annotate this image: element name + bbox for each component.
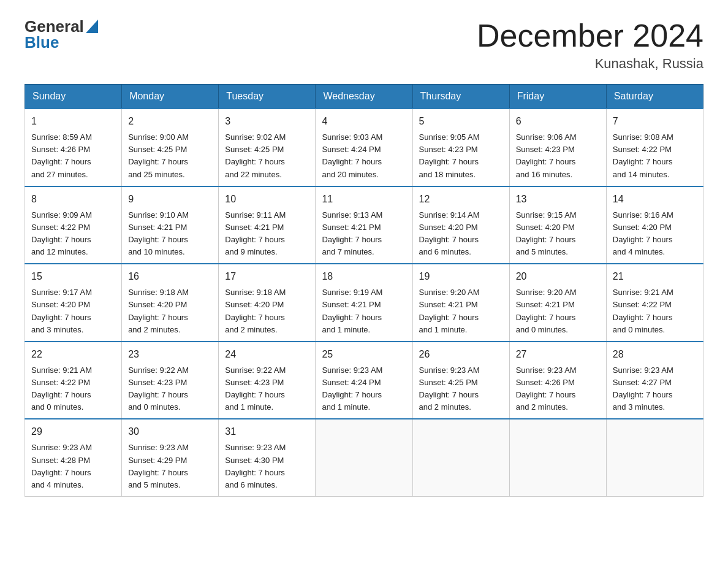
day-number: 28 — [613, 347, 697, 362]
day-info: Sunrise: 9:22 AM Sunset: 4:23 PM Dayligh… — [225, 364, 309, 414]
day-number: 2 — [128, 114, 212, 129]
table-row — [606, 419, 703, 496]
day-number: 31 — [225, 424, 309, 439]
table-row: 27 Sunrise: 9:23 AM Sunset: 4:26 PM Dayl… — [509, 342, 606, 419]
day-number: 17 — [225, 269, 309, 284]
day-info: Sunrise: 9:20 AM Sunset: 4:21 PM Dayligh… — [419, 286, 503, 336]
day-info: Sunrise: 8:59 AM Sunset: 4:26 PM Dayligh… — [31, 131, 115, 181]
day-info: Sunrise: 9:03 AM Sunset: 4:24 PM Dayligh… — [322, 131, 406, 181]
day-number: 18 — [322, 269, 406, 284]
day-number: 6 — [516, 114, 600, 129]
day-number: 22 — [31, 347, 115, 362]
day-info: Sunrise: 9:16 AM Sunset: 4:20 PM Dayligh… — [613, 209, 697, 259]
day-number: 24 — [225, 347, 309, 362]
day-info: Sunrise: 9:22 AM Sunset: 4:23 PM Dayligh… — [128, 364, 212, 414]
header-saturday: Saturday — [606, 85, 703, 109]
day-info: Sunrise: 9:23 AM Sunset: 4:27 PM Dayligh… — [613, 364, 697, 414]
week-row-5: 29 Sunrise: 9:23 AM Sunset: 4:28 PM Dayl… — [25, 419, 703, 496]
day-number: 23 — [128, 347, 212, 362]
day-info: Sunrise: 9:18 AM Sunset: 4:20 PM Dayligh… — [128, 286, 212, 336]
day-info: Sunrise: 9:06 AM Sunset: 4:23 PM Dayligh… — [516, 131, 600, 181]
calendar-location: Kunashak, Russia — [477, 56, 703, 72]
day-info: Sunrise: 9:05 AM Sunset: 4:23 PM Dayligh… — [419, 131, 503, 181]
day-number: 29 — [31, 424, 115, 439]
day-info: Sunrise: 9:14 AM Sunset: 4:20 PM Dayligh… — [419, 209, 503, 259]
day-info: Sunrise: 9:21 AM Sunset: 4:22 PM Dayligh… — [613, 286, 697, 336]
header-thursday: Thursday — [412, 85, 509, 109]
week-row-2: 8 Sunrise: 9:09 AM Sunset: 4:22 PM Dayli… — [25, 186, 703, 264]
day-number: 20 — [516, 269, 600, 284]
table-row: 7 Sunrise: 9:08 AM Sunset: 4:22 PM Dayli… — [606, 109, 703, 186]
title-block: December 2024 Kunashak, Russia — [477, 18, 703, 72]
logo: General Blue — [25, 18, 98, 50]
day-info: Sunrise: 9:09 AM Sunset: 4:22 PM Dayligh… — [31, 209, 115, 259]
table-row: 6 Sunrise: 9:06 AM Sunset: 4:23 PM Dayli… — [509, 109, 606, 186]
day-info: Sunrise: 9:19 AM Sunset: 4:21 PM Dayligh… — [322, 286, 406, 336]
table-row: 24 Sunrise: 9:22 AM Sunset: 4:23 PM Dayl… — [219, 342, 316, 419]
logo-text-general: General — [25, 18, 84, 34]
header-wednesday: Wednesday — [316, 85, 412, 109]
table-row — [316, 419, 412, 496]
day-number: 14 — [613, 192, 697, 207]
table-row: 22 Sunrise: 9:21 AM Sunset: 4:22 PM Dayl… — [25, 342, 122, 419]
day-number: 3 — [225, 114, 309, 129]
table-row: 28 Sunrise: 9:23 AM Sunset: 4:27 PM Dayl… — [606, 342, 703, 419]
day-number: 27 — [516, 347, 600, 362]
day-info: Sunrise: 9:23 AM Sunset: 4:30 PM Dayligh… — [225, 442, 309, 491]
day-number: 4 — [322, 114, 406, 129]
day-number: 12 — [419, 192, 503, 207]
header-tuesday: Tuesday — [219, 85, 316, 109]
day-info: Sunrise: 9:00 AM Sunset: 4:25 PM Dayligh… — [128, 131, 212, 181]
day-number: 19 — [419, 269, 503, 284]
day-number: 10 — [225, 192, 309, 207]
table-row: 20 Sunrise: 9:20 AM Sunset: 4:21 PM Dayl… — [509, 264, 606, 342]
day-number: 7 — [613, 114, 697, 129]
day-info: Sunrise: 9:23 AM Sunset: 4:26 PM Dayligh… — [516, 364, 600, 414]
table-row: 18 Sunrise: 9:19 AM Sunset: 4:21 PM Dayl… — [316, 264, 412, 342]
logo-triangle-icon — [86, 20, 98, 33]
week-row-4: 22 Sunrise: 9:21 AM Sunset: 4:22 PM Dayl… — [25, 342, 703, 419]
table-row: 16 Sunrise: 9:18 AM Sunset: 4:20 PM Dayl… — [122, 264, 219, 342]
calendar-table: Sunday Monday Tuesday Wednesday Thursday… — [25, 84, 703, 497]
header-sunday: Sunday — [25, 85, 122, 109]
table-row: 10 Sunrise: 9:11 AM Sunset: 4:21 PM Dayl… — [219, 186, 316, 264]
table-row: 2 Sunrise: 9:00 AM Sunset: 4:25 PM Dayli… — [122, 109, 219, 186]
week-row-1: 1 Sunrise: 8:59 AM Sunset: 4:26 PM Dayli… — [25, 109, 703, 186]
day-info: Sunrise: 9:08 AM Sunset: 4:22 PM Dayligh… — [613, 131, 697, 181]
table-row: 4 Sunrise: 9:03 AM Sunset: 4:24 PM Dayli… — [316, 109, 412, 186]
day-number: 21 — [613, 269, 697, 284]
table-row: 26 Sunrise: 9:23 AM Sunset: 4:25 PM Dayl… — [412, 342, 509, 419]
table-row: 23 Sunrise: 9:22 AM Sunset: 4:23 PM Dayl… — [122, 342, 219, 419]
logo-text-blue: Blue — [25, 34, 59, 50]
day-number: 8 — [31, 192, 115, 207]
calendar-title: December 2024 — [477, 18, 703, 53]
table-row: 25 Sunrise: 9:23 AM Sunset: 4:24 PM Dayl… — [316, 342, 412, 419]
day-info: Sunrise: 9:23 AM Sunset: 4:25 PM Dayligh… — [419, 364, 503, 414]
table-row: 9 Sunrise: 9:10 AM Sunset: 4:21 PM Dayli… — [122, 186, 219, 264]
day-info: Sunrise: 9:23 AM Sunset: 4:29 PM Dayligh… — [128, 442, 212, 491]
day-info: Sunrise: 9:20 AM Sunset: 4:21 PM Dayligh… — [516, 286, 600, 336]
table-row: 14 Sunrise: 9:16 AM Sunset: 4:20 PM Dayl… — [606, 186, 703, 264]
day-number: 25 — [322, 347, 406, 362]
day-number: 30 — [128, 424, 212, 439]
day-info: Sunrise: 9:10 AM Sunset: 4:21 PM Dayligh… — [128, 209, 212, 259]
day-number: 16 — [128, 269, 212, 284]
weekday-header-row: Sunday Monday Tuesday Wednesday Thursday… — [25, 85, 703, 109]
table-row: 31 Sunrise: 9:23 AM Sunset: 4:30 PM Dayl… — [219, 419, 316, 496]
table-row: 13 Sunrise: 9:15 AM Sunset: 4:20 PM Dayl… — [509, 186, 606, 264]
table-row: 8 Sunrise: 9:09 AM Sunset: 4:22 PM Dayli… — [25, 186, 122, 264]
day-number: 15 — [31, 269, 115, 284]
day-info: Sunrise: 9:23 AM Sunset: 4:28 PM Dayligh… — [31, 442, 115, 491]
day-info: Sunrise: 9:13 AM Sunset: 4:21 PM Dayligh… — [322, 209, 406, 259]
table-row: 30 Sunrise: 9:23 AM Sunset: 4:29 PM Dayl… — [122, 419, 219, 496]
day-info: Sunrise: 9:17 AM Sunset: 4:20 PM Dayligh… — [31, 286, 115, 336]
table-row: 11 Sunrise: 9:13 AM Sunset: 4:21 PM Dayl… — [316, 186, 412, 264]
day-number: 26 — [419, 347, 503, 362]
table-row: 21 Sunrise: 9:21 AM Sunset: 4:22 PM Dayl… — [606, 264, 703, 342]
day-number: 1 — [31, 114, 115, 129]
table-row: 3 Sunrise: 9:02 AM Sunset: 4:25 PM Dayli… — [219, 109, 316, 186]
day-info: Sunrise: 9:02 AM Sunset: 4:25 PM Dayligh… — [225, 131, 309, 181]
table-row: 5 Sunrise: 9:05 AM Sunset: 4:23 PM Dayli… — [412, 109, 509, 186]
day-info: Sunrise: 9:21 AM Sunset: 4:22 PM Dayligh… — [31, 364, 115, 414]
day-info: Sunrise: 9:11 AM Sunset: 4:21 PM Dayligh… — [225, 209, 309, 259]
